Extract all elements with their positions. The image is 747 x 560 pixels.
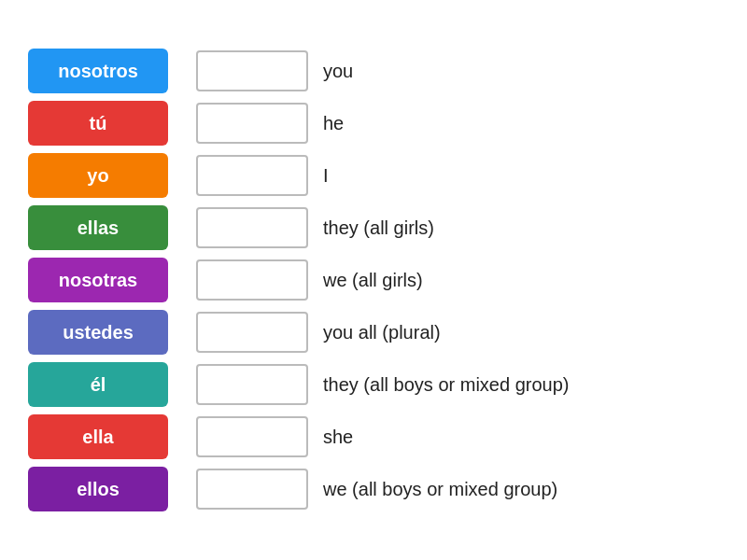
btn-nosotros[interactable]: nosotros bbox=[28, 49, 168, 93]
row-i: I bbox=[196, 153, 719, 198]
dropbox-row-they-boys[interactable] bbox=[196, 364, 308, 405]
row-they-girls: they (all girls) bbox=[196, 205, 719, 250]
dropbox-row-you[interactable] bbox=[196, 50, 308, 91]
label-row-she: she bbox=[323, 427, 353, 448]
btn-ellos[interactable]: ellos bbox=[28, 467, 168, 511]
label-row-we-girls: we (all girls) bbox=[323, 270, 423, 291]
label-row-you-all: you all (plural) bbox=[323, 322, 441, 343]
btn-ellas[interactable]: ellas bbox=[28, 205, 168, 250]
dropbox-row-they-girls[interactable] bbox=[196, 207, 308, 248]
word-buttons-column: nosotrostúyoellasnosotrasustedesélellael… bbox=[28, 49, 168, 511]
btn-tu[interactable]: tú bbox=[28, 101, 168, 146]
label-row-they-girls: they (all girls) bbox=[323, 217, 434, 239]
row-we-girls: we (all girls) bbox=[196, 258, 719, 302]
dropbox-row-she[interactable] bbox=[196, 416, 308, 457]
btn-yo[interactable]: yo bbox=[28, 153, 168, 198]
dropbox-row-i[interactable] bbox=[196, 155, 308, 196]
dropbox-row-you-all[interactable] bbox=[196, 312, 308, 353]
btn-el[interactable]: él bbox=[28, 362, 168, 407]
row-we-boys: we (all boys or mixed group) bbox=[196, 467, 719, 511]
match-rows-column: youheIthey (all girls)we (all girls)you … bbox=[196, 49, 719, 511]
label-row-he: he bbox=[323, 113, 344, 134]
dropbox-row-we-boys[interactable] bbox=[196, 469, 308, 510]
row-she: she bbox=[196, 414, 719, 459]
label-row-you: you bbox=[323, 61, 353, 82]
btn-ustedes[interactable]: ustedes bbox=[28, 310, 168, 355]
main-container: nosotrostúyoellasnosotrasustedesélellael… bbox=[0, 30, 747, 530]
btn-nosotras[interactable]: nosotras bbox=[28, 258, 168, 302]
dropbox-row-he[interactable] bbox=[196, 103, 308, 144]
label-row-we-boys: we (all boys or mixed group) bbox=[323, 479, 557, 500]
row-they-boys: they (all boys or mixed group) bbox=[196, 362, 719, 407]
row-you: you bbox=[196, 49, 719, 93]
label-row-i: I bbox=[323, 165, 329, 187]
row-you-all: you all (plural) bbox=[196, 310, 719, 355]
btn-ella[interactable]: ella bbox=[28, 414, 168, 459]
label-row-they-boys: they (all boys or mixed group) bbox=[323, 374, 569, 396]
dropbox-row-we-girls[interactable] bbox=[196, 259, 308, 301]
row-he: he bbox=[196, 101, 719, 146]
